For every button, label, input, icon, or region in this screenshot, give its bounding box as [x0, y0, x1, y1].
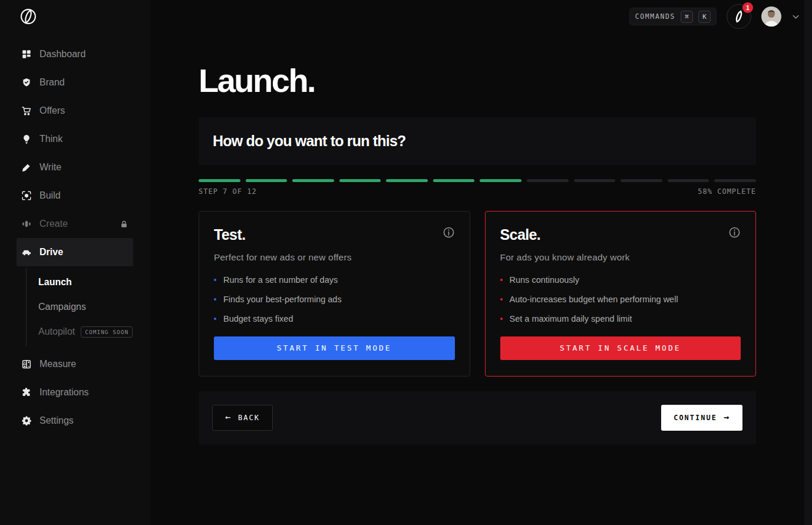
card-bullets: Runs for a set number of days Finds your… [214, 275, 455, 334]
drive-subnav: Launch Campaigns Autopilot COMING SOON [26, 268, 150, 346]
sidebar-item-think[interactable]: Think [16, 125, 133, 153]
progress-segment [386, 179, 428, 182]
sidebar-item-label: Build [39, 190, 61, 201]
cmd-key-icon: ⌘ [681, 11, 693, 23]
sidebar-subitem-autopilot[interactable]: Autopilot COMING SOON [27, 319, 150, 344]
bullet-item: Auto-increases budget when performing we… [500, 295, 741, 304]
sidebar-item-label: Settings [39, 415, 74, 426]
puzzle-icon [21, 387, 32, 398]
sidebar-item-measure[interactable]: Measure [16, 350, 133, 378]
bullet-dot [500, 318, 503, 320]
lock-icon [120, 220, 128, 229]
progress-segment [339, 179, 381, 182]
subitem-label: Launch [38, 277, 72, 288]
subitem-label: Autopilot [38, 326, 75, 337]
sidebar-item-dashboard[interactable]: Dashboard [16, 40, 133, 68]
sidebar-subitem-launch[interactable]: Launch [27, 270, 150, 295]
dashboard-icon [21, 49, 32, 60]
footer-actions: ← BACK CONTINUE → [199, 391, 756, 444]
app-logo-icon [20, 8, 37, 25]
sidebar-item-label: Think [39, 134, 62, 144]
bullet-text: Runs continuously [510, 275, 580, 285]
sidebar-item-brand[interactable]: Brand [16, 68, 133, 97]
commands-label: COMMANDS [635, 12, 675, 21]
progress-segment [433, 179, 475, 182]
shield-icon [21, 77, 32, 88]
sidebar-item-label: Dashboard [39, 49, 85, 60]
sidebar-item-label: Create [39, 219, 68, 229]
step-label: STEP 7 OF 12 [199, 187, 257, 196]
scale-mode-card[interactable]: Scale. For ads you know already work Run… [485, 211, 757, 377]
page-title: Launch. [199, 64, 756, 98]
info-icon[interactable] [443, 226, 455, 239]
k-key: K [698, 11, 711, 23]
card-title: Test. [214, 226, 246, 243]
user-avatar[interactable] [761, 6, 781, 27]
card-header: Scale. [500, 226, 741, 243]
bullet-item: Set a maximum daily spend limit [500, 314, 741, 323]
arrow-left-icon: ← [225, 413, 232, 422]
bullet-text: Set a maximum daily spend limit [510, 314, 632, 323]
progress-segment [292, 179, 334, 182]
sidebar-item-offers[interactable]: Offers [16, 97, 133, 125]
card-bullets: Runs continuously Auto-increases budget … [500, 275, 741, 334]
subitem-label: Campaigns [38, 302, 86, 312]
logo-notification-button[interactable]: 1 [727, 4, 751, 29]
progress-bar [199, 179, 756, 182]
sliders-icon [21, 219, 32, 229]
bullet-text: Auto-increases budget when performing we… [510, 295, 678, 304]
coming-soon-badge: COMING SOON [81, 326, 133, 338]
bullet-dot [214, 298, 216, 301]
bullet-text: Runs for a set number of days [223, 275, 338, 285]
gear-icon [21, 415, 32, 426]
sidebar-item-build[interactable]: Build [16, 181, 133, 210]
bullet-item: Budget stays fixed [214, 314, 455, 323]
avatar-image [761, 6, 781, 27]
sidebar: Dashboard Brand Offers Think Write [0, 0, 150, 525]
progress-segment [199, 179, 240, 182]
sidebar-item-label: Drive [39, 247, 63, 257]
sidebar-item-create[interactable]: Create [16, 210, 133, 238]
progress-segment [480, 179, 521, 182]
commands-button[interactable]: COMMANDS ⌘ K [629, 8, 717, 25]
start-test-mode-button[interactable]: START IN TEST MODE [214, 336, 455, 360]
main-scrollbar[interactable] [804, 0, 812, 525]
question-text: How do you want to run this? [213, 133, 406, 150]
back-label: BACK [238, 414, 260, 422]
progress-segment [246, 179, 288, 182]
bullet-text: Budget stays fixed [223, 314, 293, 323]
bullet-dot [214, 318, 216, 320]
card-subtitle: For ads you know already work [500, 252, 741, 263]
cube-scan-icon [21, 190, 32, 201]
sidebar-item-drive[interactable]: Drive [16, 238, 133, 266]
progress-labels: STEP 7 OF 12 58% COMPLETE [199, 187, 756, 196]
card-title: Scale. [500, 226, 541, 243]
progress-segment [668, 179, 709, 182]
bullet-dot [500, 279, 503, 281]
pencil-icon [21, 162, 32, 173]
topbar: COMMANDS ⌘ K 1 [0, 0, 812, 33]
sidebar-item-write[interactable]: Write [16, 153, 133, 181]
chevron-down-icon[interactable] [791, 12, 800, 21]
car-icon [21, 247, 32, 257]
notification-badge: 1 [742, 2, 753, 13]
lightbulb-icon [21, 134, 32, 144]
back-button[interactable]: ← BACK [212, 405, 273, 431]
info-icon[interactable] [728, 226, 741, 239]
sidebar-item-label: Offers [39, 105, 65, 116]
continue-button[interactable]: CONTINUE → [661, 405, 742, 431]
bullet-item: Runs continuously [500, 275, 741, 285]
percent-label: 58% COMPLETE [698, 187, 756, 196]
start-scale-mode-button[interactable]: START IN SCALE MODE [500, 336, 741, 360]
calculator-icon [21, 359, 32, 369]
bullet-item: Runs for a set number of days [214, 275, 455, 285]
test-mode-card[interactable]: Test. Perfect for new ads or new offers … [199, 211, 470, 377]
main-content: Launch. How do you want to run this? STE… [199, 33, 756, 444]
sidebar-item-integrations[interactable]: Integrations [16, 378, 133, 407]
bullet-dot [214, 279, 216, 281]
sidebar-item-label: Integrations [39, 387, 89, 398]
progress-segment [574, 179, 616, 182]
progress-segment [527, 179, 569, 182]
sidebar-subitem-campaigns[interactable]: Campaigns [27, 295, 150, 319]
sidebar-item-settings[interactable]: Settings [16, 407, 133, 435]
